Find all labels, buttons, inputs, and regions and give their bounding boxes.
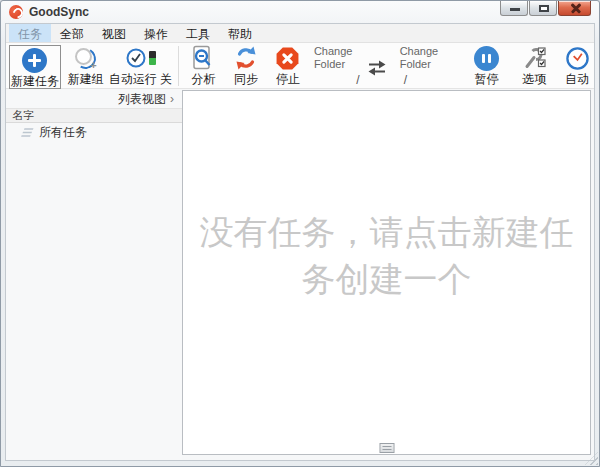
menu-actions[interactable]: 操作 [135, 24, 177, 42]
sidebar: 列表视图 › 名字 所有任务 [6, 90, 182, 460]
minimize-button[interactable] [500, 1, 528, 16]
view-switcher[interactable]: 列表视图 › [6, 90, 182, 108]
stop-icon [275, 46, 300, 71]
new-group-button[interactable]: + 新建组 [65, 45, 107, 86]
maximize-button[interactable] [529, 1, 557, 16]
sync-icon [233, 45, 259, 71]
menu-bar: 任务 全部 视图 操作 工具 帮助 [6, 24, 594, 43]
pause-label: 暂停 [474, 73, 498, 86]
title-bar[interactable]: GoodSync [1, 1, 599, 23]
window-title: GoodSync [29, 5, 89, 19]
sync-button[interactable]: 同步 [229, 45, 263, 86]
menu-help[interactable]: 帮助 [219, 24, 261, 42]
goodsync-logo-icon [9, 5, 23, 19]
view-switcher-label: 列表视图 [118, 91, 166, 108]
swap-direction-button[interactable] [365, 58, 389, 78]
new-task-label: 新建任务 [11, 75, 59, 88]
options-wrench-icon [521, 45, 547, 71]
menu-tasks[interactable]: 任务 [9, 24, 51, 42]
autorun-toggle-button[interactable]: 自动运行 关 [109, 45, 173, 86]
content-area: 列表视图 › 名字 所有任务 [6, 90, 594, 460]
autorun-switch-icon [149, 51, 156, 65]
stop-label: 停止 [276, 73, 300, 86]
left-change-folder[interactable]: Change Folder / [314, 45, 364, 87]
task-list-panel[interactable]: 没有任务，请点击新建任 务创建一个 [182, 90, 591, 455]
maximize-icon [539, 5, 549, 12]
menu-view[interactable]: 视图 [93, 24, 135, 42]
chevron-right-icon: › [170, 92, 174, 106]
new-group-label: 新建组 [68, 73, 104, 86]
new-task-button[interactable]: 新建任务 [9, 45, 61, 89]
goodsync-window: GoodSync 任务 全部 视图 操作 工具 帮助 新建任务 + 新建组 [0, 0, 600, 467]
window-controls [499, 1, 591, 16]
new-group-icon: + [74, 46, 98, 70]
analyze-icon [190, 45, 216, 71]
left-change-folder-label: Change Folder [314, 45, 364, 71]
all-tasks-label: 所有任务 [39, 124, 87, 141]
pause-button[interactable]: 暂停 [469, 45, 503, 86]
right-change-folder[interactable]: Change Folder / [400, 45, 450, 87]
close-button[interactable] [558, 1, 591, 16]
all-tasks-icon [20, 127, 34, 138]
left-folder-path[interactable]: / [356, 73, 359, 87]
minimize-icon [510, 8, 520, 11]
toolbar-separator [178, 46, 179, 86]
options-button[interactable]: 选项 [515, 45, 553, 86]
auto-label: 自动 [565, 73, 589, 86]
client-area: 任务 全部 视图 操作 工具 帮助 新建任务 + 新建组 [5, 23, 595, 461]
right-change-folder-label: Change Folder [400, 45, 450, 71]
analyze-button[interactable]: 分析 [186, 45, 220, 86]
autorun-clock-icon [125, 47, 147, 69]
analyze-label: 分析 [191, 73, 215, 86]
options-label: 选项 [522, 73, 546, 86]
bottom-panel-grip[interactable] [379, 443, 394, 453]
name-column-header[interactable]: 名字 [6, 108, 182, 123]
right-folder-path[interactable]: / [404, 73, 407, 87]
menu-all[interactable]: 全部 [51, 24, 93, 42]
auto-clock-icon [565, 46, 590, 71]
swap-arrows-icon [365, 58, 389, 78]
autorun-label: 自动运行 关 [109, 73, 172, 86]
pause-icon [474, 46, 499, 71]
stop-button[interactable]: 停止 [271, 45, 305, 86]
sync-label: 同步 [234, 73, 258, 86]
auto-button[interactable]: 自动 [560, 45, 594, 86]
empty-state-message: 没有任务，请点击新建任 务创建一个 [183, 209, 590, 303]
sidebar-item-all-tasks[interactable]: 所有任务 [6, 123, 182, 141]
toolbar: 新建任务 + 新建组 自动运行 关 [6, 43, 594, 89]
menu-tools[interactable]: 工具 [177, 24, 219, 42]
plus-circle-icon [22, 48, 47, 73]
